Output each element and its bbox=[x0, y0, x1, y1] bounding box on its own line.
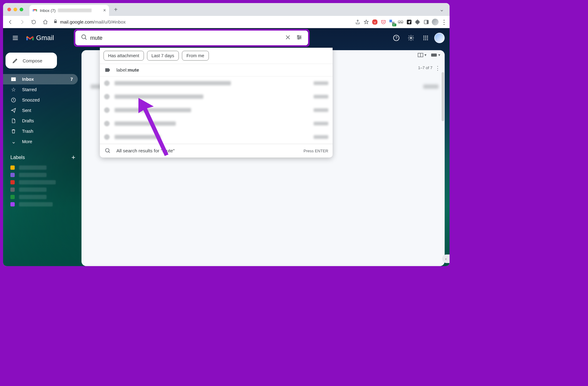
extension-send-icon[interactable] bbox=[406, 19, 412, 25]
gmail-app: Gmail ? bbox=[3, 28, 450, 266]
gmail-logo[interactable]: Gmail bbox=[26, 34, 54, 42]
sidebar-item-label: Starred bbox=[22, 87, 37, 92]
label-item[interactable] bbox=[3, 186, 81, 193]
tab-close-button[interactable]: × bbox=[103, 8, 106, 13]
gmail-m-icon bbox=[26, 35, 34, 41]
svg-point-15 bbox=[300, 37, 301, 38]
suggestion-all-results[interactable]: All search results for "mute" Press ENTE… bbox=[100, 144, 333, 158]
sidebar-item-snoozed[interactable]: Snoozed bbox=[3, 95, 78, 105]
scrollbar[interactable] bbox=[442, 72, 444, 121]
suggestion-redacted[interactable] bbox=[100, 76, 333, 90]
tabs-dropdown-button[interactable]: ⌄ bbox=[436, 6, 447, 13]
search-options-button[interactable] bbox=[293, 34, 305, 42]
input-tools-button[interactable]: ▾ bbox=[431, 53, 440, 57]
forward-button[interactable] bbox=[17, 17, 27, 27]
svg-point-8 bbox=[399, 22, 400, 23]
labels-header: Labels + bbox=[3, 147, 81, 164]
sidebar-item-more[interactable]: ⌄ More bbox=[3, 136, 78, 147]
extension-pocket-icon[interactable] bbox=[380, 19, 386, 25]
sidebar-item-trash[interactable]: Trash bbox=[3, 126, 78, 136]
split-pane-button[interactable]: ▾ bbox=[418, 53, 427, 57]
sidebar-item-label: Inbox bbox=[22, 77, 34, 82]
svg-point-20 bbox=[424, 36, 424, 37]
suggestion-redacted[interactable] bbox=[100, 103, 333, 117]
home-button[interactable] bbox=[40, 17, 50, 27]
svg-point-24 bbox=[425, 37, 426, 38]
new-tab-button[interactable]: + bbox=[111, 5, 120, 14]
reload-button[interactable] bbox=[29, 17, 39, 27]
search-input[interactable] bbox=[90, 35, 282, 41]
add-label-button[interactable]: + bbox=[71, 154, 75, 161]
tab-bar: Inbox (7) × + ⌄ bbox=[3, 3, 450, 16]
browser-tab[interactable]: Inbox (7) × bbox=[29, 5, 109, 16]
svg-point-26 bbox=[424, 39, 424, 40]
url-field[interactable]: mail.google.com/mail/u/0/#inbox bbox=[53, 19, 126, 24]
toolbar-right: 9+ ⋮ bbox=[355, 19, 447, 25]
tab-title: Inbox (7) bbox=[40, 8, 55, 13]
apps-button[interactable] bbox=[420, 32, 432, 44]
svg-point-19 bbox=[410, 37, 412, 39]
inbox-icon bbox=[10, 76, 17, 82]
suggestion-text: label:mute bbox=[116, 67, 139, 73]
support-button[interactable]: ? bbox=[390, 32, 402, 44]
svg-point-14 bbox=[298, 35, 299, 36]
bookmark-star-icon[interactable] bbox=[363, 19, 369, 25]
compose-label: Compose bbox=[23, 58, 42, 63]
pagination-more-button[interactable]: ⋮ bbox=[435, 65, 440, 72]
account-avatar[interactable] bbox=[434, 33, 445, 43]
sidebar-item-starred[interactable]: ☆ Starred bbox=[3, 84, 78, 95]
suggestion-redacted[interactable] bbox=[100, 90, 333, 103]
chip-last-7-days[interactable]: Last 7 days bbox=[147, 51, 179, 61]
extension-eyes-icon[interactable] bbox=[398, 19, 404, 25]
gmail-wordmark: Gmail bbox=[36, 34, 54, 42]
labels-title: Labels bbox=[10, 155, 25, 160]
share-icon[interactable] bbox=[355, 19, 361, 25]
svg-point-22 bbox=[427, 36, 428, 37]
suggestion-label-mute[interactable]: label:mute bbox=[100, 64, 333, 76]
sidebar-item-inbox[interactable]: Inbox 7 bbox=[3, 74, 78, 84]
back-button[interactable] bbox=[6, 17, 15, 27]
inbox-count: 7 bbox=[70, 77, 73, 82]
label-item[interactable] bbox=[3, 164, 81, 171]
close-window-button[interactable] bbox=[7, 8, 11, 11]
search-clear-button[interactable] bbox=[282, 34, 293, 42]
settings-button[interactable] bbox=[405, 32, 417, 44]
label-item[interactable] bbox=[3, 179, 81, 186]
side-panel-button[interactable] bbox=[423, 19, 429, 25]
chip-from-me[interactable]: From me bbox=[182, 51, 209, 61]
browser-menu-button[interactable]: ⋮ bbox=[441, 19, 447, 25]
side-panel-expand-button[interactable]: ‹ bbox=[442, 254, 450, 263]
label-icon bbox=[104, 67, 111, 73]
label-item[interactable] bbox=[3, 193, 81, 201]
extension-adblock-icon[interactable] bbox=[372, 19, 378, 25]
pencil-icon bbox=[12, 58, 18, 64]
suggestion-redacted[interactable] bbox=[100, 117, 333, 130]
label-item[interactable] bbox=[3, 171, 81, 179]
extension-translate-icon[interactable]: 9+ bbox=[389, 19, 395, 25]
chip-has-attachment[interactable]: Has attachment bbox=[104, 51, 144, 61]
file-icon bbox=[10, 118, 17, 124]
minimize-window-button[interactable] bbox=[13, 8, 17, 11]
press-enter-hint: Press ENTER bbox=[303, 149, 328, 153]
sidebar-item-sent[interactable]: Sent bbox=[3, 105, 78, 116]
sidebar-item-drafts[interactable]: Drafts bbox=[3, 116, 78, 126]
svg-point-21 bbox=[425, 36, 426, 37]
compose-button[interactable]: Compose bbox=[6, 53, 57, 69]
search-bar[interactable] bbox=[75, 31, 308, 45]
send-icon bbox=[10, 108, 17, 113]
chevron-down-icon: ⌄ bbox=[10, 138, 17, 145]
label-item[interactable] bbox=[3, 201, 81, 208]
clock-icon bbox=[10, 97, 17, 103]
svg-point-28 bbox=[427, 39, 428, 40]
suggestion-redacted[interactable] bbox=[100, 130, 333, 144]
search-icon bbox=[78, 34, 90, 42]
svg-point-3 bbox=[375, 21, 376, 22]
profile-avatar[interactable] bbox=[432, 19, 439, 25]
all-results-text: All search results for "mute" bbox=[116, 148, 175, 154]
svg-rect-4 bbox=[390, 20, 392, 22]
svg-rect-32 bbox=[431, 54, 437, 57]
lock-icon bbox=[53, 19, 58, 24]
maximize-window-button[interactable] bbox=[20, 8, 23, 11]
extensions-button[interactable] bbox=[415, 19, 421, 25]
main-menu-button[interactable] bbox=[8, 31, 23, 45]
